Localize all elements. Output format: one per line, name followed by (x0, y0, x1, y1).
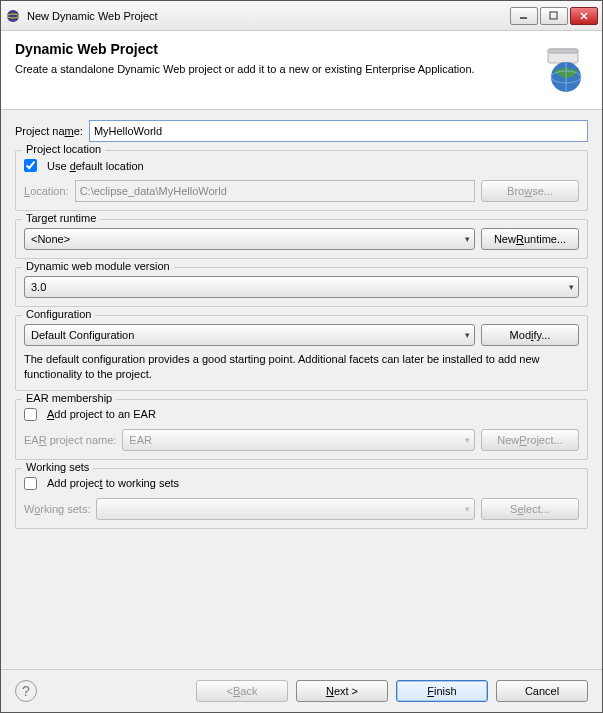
module-version-value: 3.0 (31, 281, 46, 293)
configuration-group: Configuration Default Configuration ▾ Mo… (15, 315, 588, 391)
target-runtime-value: <None> (31, 233, 70, 245)
project-name-input[interactable] (89, 120, 588, 142)
chevron-down-icon: ▾ (465, 435, 470, 445)
add-to-ear-checkbox[interactable] (24, 408, 37, 421)
dialog-window: New Dynamic Web Project Dynamic Web Proj… (0, 0, 603, 713)
project-location-title: Project location (22, 143, 105, 155)
target-runtime-title: Target runtime (22, 212, 100, 224)
chevron-down-icon: ▾ (465, 504, 470, 514)
content-area: Project name: Project location Use defau… (1, 110, 602, 669)
eclipse-icon (5, 8, 21, 24)
configuration-hint: The default configuration provides a goo… (24, 352, 579, 382)
browse-button: Browse... (481, 180, 579, 202)
working-sets-title: Working sets (22, 461, 93, 473)
ear-membership-title: EAR membership (22, 392, 116, 404)
select-working-sets-button: Select... (481, 498, 579, 520)
help-icon[interactable]: ? (15, 680, 37, 702)
back-button: < Back (196, 680, 288, 702)
banner-globe-icon (532, 41, 588, 97)
chevron-down-icon: ▾ (465, 234, 470, 244)
project-name-label: Project name: (15, 125, 83, 137)
target-runtime-select[interactable]: <None> ▾ (24, 228, 475, 250)
location-input (75, 180, 475, 202)
modify-button[interactable]: Modify... (481, 324, 579, 346)
ear-project-name-value: EAR (129, 434, 152, 446)
module-version-title: Dynamic web module version (22, 260, 174, 272)
use-default-location-checkbox[interactable] (24, 159, 37, 172)
use-default-location-label: Use default location (47, 160, 144, 172)
location-label: Location: (24, 185, 69, 197)
finish-button[interactable]: Finish (396, 680, 488, 702)
svg-rect-7 (548, 49, 578, 53)
ear-project-name-label: EAR project name: (24, 434, 116, 446)
ear-project-name-select: EAR ▾ (122, 429, 475, 451)
configuration-value: Default Configuration (31, 329, 134, 341)
next-button[interactable]: Next > (296, 680, 388, 702)
configuration-select[interactable]: Default Configuration ▾ (24, 324, 475, 346)
chevron-down-icon: ▾ (569, 282, 574, 292)
module-version-group: Dynamic web module version 3.0 ▾ (15, 267, 588, 307)
banner-description: Create a standalone Dynamic Web project … (15, 63, 526, 75)
banner-title: Dynamic Web Project (15, 41, 526, 57)
banner: Dynamic Web Project Create a standalone … (1, 31, 602, 110)
add-to-working-sets-checkbox[interactable] (24, 477, 37, 490)
target-runtime-group: Target runtime <None> ▾ New Runtime... (15, 219, 588, 259)
titlebar[interactable]: New Dynamic Web Project (1, 1, 602, 31)
working-sets-select: ▾ (96, 498, 475, 520)
close-button[interactable] (570, 7, 598, 25)
project-location-group: Project location Use default location Lo… (15, 150, 588, 211)
module-version-select[interactable]: 3.0 ▾ (24, 276, 579, 298)
new-ear-project-button: New Project... (481, 429, 579, 451)
add-to-working-sets-label: Add project to working sets (47, 477, 179, 489)
configuration-title: Configuration (22, 308, 95, 320)
add-to-ear-label: Add project to an EAR (47, 408, 156, 420)
window-title: New Dynamic Web Project (27, 10, 510, 22)
new-runtime-button[interactable]: New Runtime... (481, 228, 579, 250)
chevron-down-icon: ▾ (465, 330, 470, 340)
button-bar: ? < Back Next > Finish Cancel (1, 669, 602, 712)
maximize-button[interactable] (540, 7, 568, 25)
minimize-button[interactable] (510, 7, 538, 25)
cancel-button[interactable]: Cancel (496, 680, 588, 702)
svg-point-0 (7, 10, 19, 22)
svg-rect-3 (550, 12, 557, 19)
use-default-location-row: Use default location (24, 159, 579, 172)
working-sets-group: Working sets Add project to working sets… (15, 468, 588, 529)
working-sets-label: Working sets: (24, 503, 90, 515)
ear-membership-group: EAR membership Add project to an EAR EAR… (15, 399, 588, 460)
project-name-row: Project name: (15, 120, 588, 142)
